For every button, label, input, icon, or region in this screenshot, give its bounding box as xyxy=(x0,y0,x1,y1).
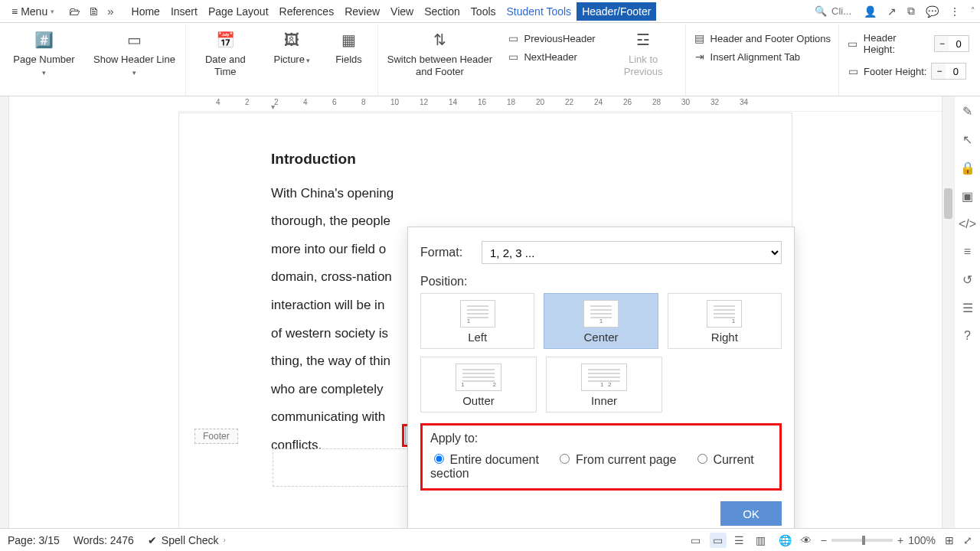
user-icon[interactable]: 👤 xyxy=(864,5,877,18)
save-icon[interactable]: 🗎 xyxy=(88,5,100,18)
previous-header-button[interactable]: ▭ PreviousHeader xyxy=(507,32,595,44)
pencil-icon[interactable]: ✎ xyxy=(962,104,972,119)
zoom-knob[interactable] xyxy=(862,536,865,545)
apply-current-page-radio[interactable] xyxy=(560,454,570,464)
hf-options-button[interactable]: ▤ Header and Footer Options xyxy=(694,32,831,44)
app-menu-button[interactable]: ≡ Menu ▾ xyxy=(5,2,61,21)
view-outline-icon[interactable]: ☰ xyxy=(731,533,748,548)
picture-button[interactable]: 🖼 Picture xyxy=(270,28,313,66)
ruler-tick: 28 xyxy=(652,98,661,106)
spell-check-button[interactable]: ✔ Spell Check › xyxy=(148,534,226,546)
print-icon[interactable]: ▭ xyxy=(691,534,701,546)
scrollbar-thumb[interactable] xyxy=(944,188,952,219)
collapse-ribbon-icon[interactable]: ˄ xyxy=(971,6,975,16)
tab-tools[interactable]: Tools xyxy=(466,2,501,21)
cursor-icon[interactable]: ↖ xyxy=(962,132,972,147)
switch-hf-button[interactable]: ⇅ Switch between Header and Footer xyxy=(386,28,493,79)
zoom-in-icon[interactable]: + xyxy=(897,534,903,546)
header-height-input[interactable] xyxy=(949,37,969,51)
zoom-slider[interactable] xyxy=(831,539,893,542)
zoom-control[interactable]: − + 100% xyxy=(821,534,936,546)
tab-insert[interactable]: Insert xyxy=(165,2,203,21)
spell-check-label: Spell Check xyxy=(162,534,219,546)
date-time-label: Date and Time xyxy=(194,54,256,79)
code-icon[interactable]: </> xyxy=(959,217,976,231)
tab-section[interactable]: Section xyxy=(419,2,466,21)
eye-icon[interactable]: 👁 xyxy=(801,534,812,546)
sliders-icon[interactable]: ≡ xyxy=(964,245,971,259)
position-preview-icon: 1 xyxy=(707,300,742,328)
position-right[interactable]: 1 Right xyxy=(668,293,782,349)
format-select[interactable]: 1, 2, 3 ... xyxy=(482,241,782,264)
show-header-line-button[interactable]: ▭ Show Header Line xyxy=(91,28,178,79)
tab-home[interactable]: Home xyxy=(126,2,165,21)
qat-more-icon[interactable]: » xyxy=(107,5,113,18)
position-inner[interactable]: 12 Inner xyxy=(546,357,662,412)
position-label-text: Inner xyxy=(591,394,617,407)
zoom-value[interactable]: 100% xyxy=(908,534,936,546)
lock-icon[interactable]: 🔒 xyxy=(960,161,975,175)
zoom-out-icon[interactable]: − xyxy=(821,534,827,546)
tab-references[interactable]: References xyxy=(274,2,340,21)
page-number-button[interactable]: #️⃣ Page Number xyxy=(11,28,77,79)
apply-current-section-radio[interactable] xyxy=(697,454,707,464)
apply-from-current-page[interactable]: From current page xyxy=(556,453,680,466)
view-read-icon[interactable]: ▥ xyxy=(753,533,769,548)
date-time-button[interactable]: 📅 Date and Time xyxy=(194,28,256,79)
layers-icon[interactable]: ▣ xyxy=(962,189,973,204)
ok-button[interactable]: OK xyxy=(720,501,782,526)
menubar: ≡ Menu ▾ 🗁 🗎 » Home Insert Page Layout R… xyxy=(0,0,980,23)
apply-entire-radio[interactable] xyxy=(434,454,444,464)
calendar-icon: 📅 xyxy=(214,29,236,51)
more-icon[interactable]: ⋮ xyxy=(949,5,960,18)
comment-icon[interactable]: 💬 xyxy=(926,5,939,18)
tab-header-footer[interactable]: Header/Footer xyxy=(577,2,656,21)
insert-alignment-tab-button[interactable]: ⇥ Insert Alignment Tab xyxy=(694,51,831,63)
hamburger-icon: ≡ xyxy=(11,5,18,18)
window-icon[interactable]: ⧉ xyxy=(907,5,915,18)
globe-icon[interactable]: 🌐 xyxy=(779,534,792,546)
format-label: Format: xyxy=(420,246,474,259)
status-page[interactable]: Page: 3/15 xyxy=(8,534,60,546)
search-box[interactable]: 🔍 xyxy=(815,5,853,18)
vertical-scrollbar[interactable] xyxy=(942,96,954,528)
position-center[interactable]: 1 Center xyxy=(544,293,658,349)
apply-to-section: Apply to: Entire document From current p… xyxy=(420,423,782,491)
history-icon[interactable]: ↺ xyxy=(962,272,972,287)
link-to-previous-button: ☲ Link to Previous xyxy=(609,28,678,79)
open-icon[interactable]: 🗁 xyxy=(69,5,80,18)
ruler-tick: 18 xyxy=(507,98,515,106)
header-height-spinner[interactable]: − xyxy=(934,35,969,52)
view-switcher: ▭ ☰ ▥ xyxy=(710,533,769,548)
ruler-tick: 6 xyxy=(332,98,337,106)
outline-icon[interactable]: ☰ xyxy=(962,301,973,315)
right-tool-rail: ✎ ↖ 🔒 ▣ </> ≡ ↺ ☰ ? xyxy=(954,96,980,528)
tab-review[interactable]: Review xyxy=(339,2,385,21)
position-label-text: Center xyxy=(583,331,618,344)
page-number-label: Page Number xyxy=(11,54,77,79)
next-header-button[interactable]: ▭ NextHeader xyxy=(507,51,595,63)
fields-button[interactable]: ▦ Fields xyxy=(327,28,370,66)
view-page-icon[interactable]: ▭ xyxy=(710,533,727,548)
footer-height-spinner[interactable]: − xyxy=(931,63,966,80)
footer-height-minus[interactable]: − xyxy=(932,64,946,79)
tab-page-layout[interactable]: Page Layout xyxy=(203,2,274,21)
position-left[interactable]: 1 Left xyxy=(420,293,534,349)
fullscreen-icon[interactable]: ⤢ xyxy=(963,534,972,546)
ruler-tick: 4 xyxy=(303,98,308,106)
status-words[interactable]: Words: 2476 xyxy=(74,534,134,546)
position-outter[interactable]: 12 Outter xyxy=(420,357,537,412)
search-input[interactable] xyxy=(830,5,853,18)
doc-line: With China's opening xyxy=(271,180,700,208)
grid-icon[interactable]: ⊞ xyxy=(945,534,954,546)
help-icon[interactable]: ? xyxy=(964,329,971,343)
footer-height-input[interactable] xyxy=(946,65,965,78)
horizontal-ruler[interactable]: ▾ 42246810121416182022242628303234 xyxy=(178,96,942,112)
tab-student-tools[interactable]: Student Tools xyxy=(501,2,577,21)
tab-view[interactable]: View xyxy=(385,2,419,21)
ruler-tick: 2 xyxy=(274,98,279,106)
header-height-minus[interactable]: − xyxy=(935,36,949,51)
apply-entire-document[interactable]: Entire document xyxy=(430,453,542,466)
share-icon[interactable]: ↗ xyxy=(887,5,897,18)
search-icon: 🔍 xyxy=(815,5,827,17)
